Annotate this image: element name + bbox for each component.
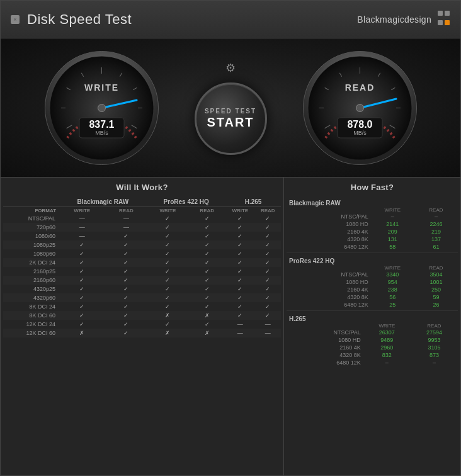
close-button[interactable]: ×	[11, 15, 20, 24]
check-cell: ✗	[147, 311, 188, 320]
hf-res-name: 4320 8K	[287, 235, 371, 243]
hf-group-label: ProRes 422 HQ	[287, 255, 458, 265]
how-fast-table: Blackmagic RAWWRITEREADNTSC/PAL––1080 HD…	[287, 197, 458, 251]
table-row: 1080p60✓✓✓✓✓✓	[3, 249, 281, 258]
hf-read-col-header: READ	[414, 265, 458, 271]
h265-read-label: READ	[255, 207, 281, 215]
how-fast-title: How Fast?	[287, 183, 458, 192]
check-cell: ✓	[147, 214, 188, 223]
hf-read-val: –	[411, 359, 458, 366]
check-cell: ✗	[147, 329, 188, 337]
write-gauge: WRITE 837.1 MB/s	[43, 50, 160, 166]
check-cell: ✓	[188, 276, 225, 285]
check-cell: ✓	[59, 276, 105, 285]
how-fast-content: Blackmagic RAWWRITEREADNTSC/PAL––1080 HD…	[287, 197, 458, 366]
format-col-header	[3, 197, 59, 207]
check-cell: ✓	[255, 293, 281, 302]
svg-point-30	[356, 104, 363, 111]
settings-icon[interactable]: ⚙	[225, 61, 236, 75]
hf-res-name: NTSC/PAL	[287, 213, 371, 220]
check-cell: ✓	[59, 302, 105, 311]
check-cell: —	[59, 223, 105, 232]
check-cell: ✓	[147, 267, 188, 276]
bmraw-read-label: READ	[105, 207, 147, 215]
hf-write-col-header: WRITE	[363, 323, 411, 329]
how-fast-panel: How Fast? Blackmagic RAWWRITEREADNTSC/PA…	[284, 178, 460, 475]
btn-main-label: START	[207, 115, 254, 130]
check-cell: ✓	[105, 311, 147, 320]
check-cell: ✓	[255, 241, 281, 249]
check-cell: ✗	[59, 329, 105, 337]
check-cell: ✓	[59, 285, 105, 293]
hf-write-val: –	[371, 213, 414, 220]
h265-header: H.265	[225, 197, 281, 207]
check-cell: ✓	[147, 293, 188, 302]
hf-data-row: 2160 4K29603105	[287, 344, 458, 351]
hf-col-header-row: WRITEREAD	[287, 207, 458, 213]
bmraw-header: Blackmagic RAW	[59, 197, 147, 207]
hf-data-row: 6480 12K2526	[287, 301, 458, 309]
hf-read-val: 3105	[411, 344, 458, 351]
check-cell: ✗	[188, 329, 225, 337]
hf-write-val: 9489	[363, 336, 411, 344]
hf-write-val: 26307	[363, 329, 411, 336]
check-cell: ✓	[188, 285, 225, 293]
will-it-work-panel: Will It Work? Blackmagic RAW ProRes 422 …	[1, 178, 284, 475]
format-name-cell: 12K DCI 24	[3, 320, 59, 329]
check-cell: ✓	[188, 241, 225, 249]
check-cell: ✓	[59, 249, 105, 258]
how-fast-table: ProRes 422 HQWRITEREADNTSC/PAL3340350410…	[287, 255, 458, 309]
hf-write-col-header: WRITE	[371, 265, 414, 271]
check-cell: ✓	[225, 249, 255, 258]
check-cell: ✓	[188, 232, 225, 241]
check-cell: ✓	[105, 276, 147, 285]
hf-write-val: 56	[371, 293, 414, 301]
hf-res-name: 1080 HD	[287, 336, 363, 344]
check-cell: ✓	[147, 258, 188, 267]
hf-data-row: NTSC/PAL33403504	[287, 271, 458, 278]
brand-area: Blackmagicdesign	[357, 11, 450, 28]
table-row: 720p60——✓✓✓✓	[3, 223, 281, 232]
format-name-cell: 1080p60	[3, 249, 59, 258]
check-cell: ✓	[225, 223, 255, 232]
check-cell: ✓	[188, 267, 225, 276]
check-cell: —	[105, 214, 147, 223]
will-it-work-body: NTSC/PAL——✓✓✓✓720p60——✓✓✓✓1080i60—✓✓✓✓✓1…	[3, 214, 281, 337]
hf-data-row: 4320 8K832873	[287, 351, 458, 359]
check-cell: ✓	[225, 241, 255, 249]
speed-test-start-button[interactable]: SPEED TEST START	[195, 82, 267, 155]
read-gauge-wrapper: READ 878.0 MB/s	[302, 50, 418, 166]
check-cell: ✓	[105, 285, 147, 293]
hf-data-row: 6480 12K5861	[287, 243, 458, 251]
table-row: 2K DCI 24✓✓✓✓✓✓	[3, 258, 281, 267]
check-cell: ✓	[105, 232, 147, 241]
center-controls: ⚙ SPEED TEST START	[195, 61, 267, 155]
hf-res-name: 4320 8K	[287, 293, 371, 301]
check-cell: ✓	[255, 232, 281, 241]
title-bar: × Disk Speed Test Blackmagicdesign	[1, 1, 460, 38]
hf-res-name: 6480 12K	[287, 243, 371, 251]
hf-read-val: –	[414, 213, 458, 220]
check-cell: —	[59, 232, 105, 241]
table-row: 1080p25✓✓✓✓✓✓	[3, 241, 281, 249]
hf-divider	[287, 310, 458, 311]
check-cell: ✓	[225, 232, 255, 241]
hf-data-row: 1080 HD21412246	[287, 220, 458, 228]
check-cell: ✓	[225, 285, 255, 293]
format-name-cell: 720p60	[3, 223, 59, 232]
format-name-cell: 8K DCI 60	[3, 311, 59, 320]
hf-res-name: 2160 4K	[287, 344, 363, 351]
read-gauge: READ 878.0 MB/s	[302, 50, 418, 166]
gauge-section: WRITE 837.1 MB/s ⚙ SPEED TEST START	[1, 38, 460, 177]
hf-res-name: 6480 12K	[287, 359, 363, 366]
format-name-cell: 1080i60	[3, 232, 59, 241]
hf-write-val: 238	[371, 286, 414, 293]
check-cell: ✓	[255, 223, 281, 232]
will-it-work-table: Blackmagic RAW ProRes 422 HQ H.265 FORMA…	[3, 197, 281, 337]
hf-divider	[287, 252, 458, 253]
hf-read-val: 2246	[414, 220, 458, 228]
check-cell: ✓	[255, 258, 281, 267]
sub-header-row: FORMAT WRITE READ WRITE READ WRITE READ	[3, 207, 281, 215]
check-cell: ✓	[59, 320, 105, 329]
hf-write-val: 58	[371, 243, 414, 251]
